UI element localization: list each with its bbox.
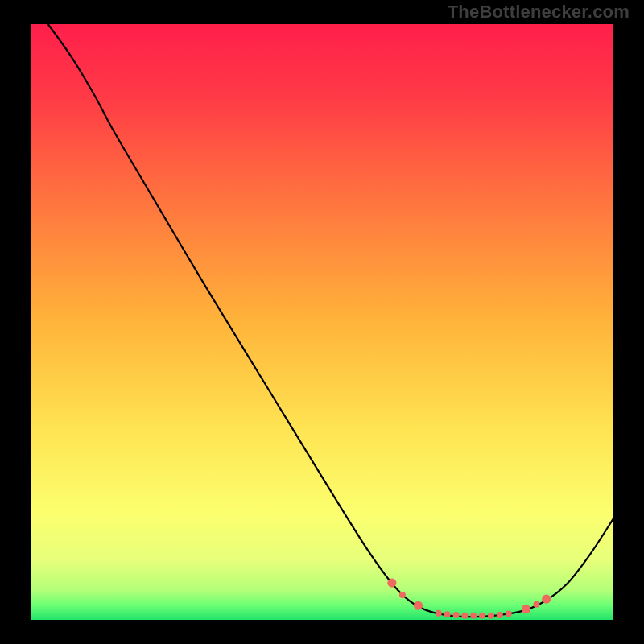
chart-svg <box>31 24 613 620</box>
marker-dot <box>488 613 494 619</box>
marker-dot <box>387 579 396 588</box>
marker-dot <box>470 613 477 619</box>
plot-area <box>31 24 613 620</box>
watermark-text: TheBottlenecker.com <box>448 2 630 23</box>
marker-dot <box>506 611 512 617</box>
marker-dot <box>542 595 551 604</box>
marker-dot <box>479 613 485 619</box>
gradient-background <box>31 24 613 620</box>
marker-dot <box>461 613 468 619</box>
marker-dot <box>444 611 451 617</box>
marker-dot <box>436 610 442 617</box>
marker-dot <box>533 601 539 608</box>
marker-dot <box>453 612 460 618</box>
chart-container: TheBottlenecker.com <box>0 0 644 644</box>
marker-dot <box>522 605 530 613</box>
marker-dot <box>399 592 406 598</box>
marker-dot <box>414 601 423 610</box>
marker-dot <box>497 612 503 618</box>
